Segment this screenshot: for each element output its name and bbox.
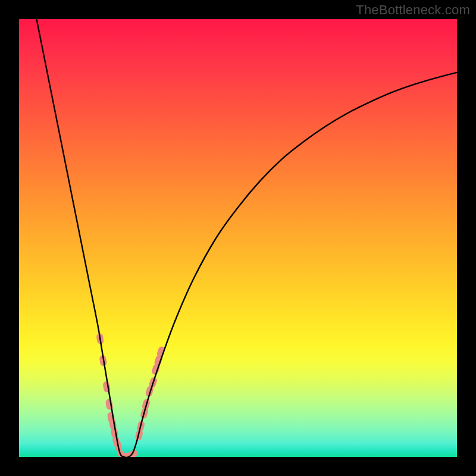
highlight-marker bbox=[102, 381, 111, 393]
chart-svg bbox=[19, 19, 457, 457]
chart-frame: TheBottleneck.com bbox=[0, 0, 476, 476]
bottleneck-curve bbox=[36, 19, 457, 457]
markers-group bbox=[96, 333, 165, 457]
watermark-text: TheBottleneck.com bbox=[356, 2, 470, 18]
plot-area bbox=[19, 19, 457, 457]
